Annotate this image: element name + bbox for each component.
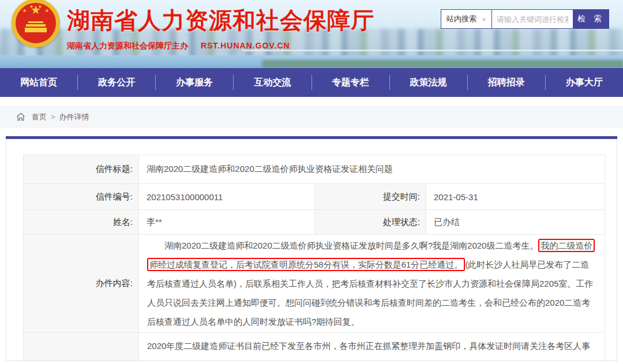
detail-table: 信件标题: 湖南2020二级建造师和2020二级造价师执业资格证发证相关问题 信… (23, 155, 605, 361)
chevron-down-icon: ∨ (482, 16, 486, 22)
nav-item-2[interactable]: 办事服务 (156, 68, 233, 97)
breadcrumb-home[interactable]: 首页 (32, 112, 47, 122)
emblem-small-star-icon: ★ (45, 9, 49, 13)
text-segment: 湖南2020二级建造师和2020二级造价师执业资格证发放时间是多久啊?我是湖南2… (164, 241, 538, 250)
field-label-status: 处理状态: (315, 210, 426, 235)
main-nav: 网站首页政务公开办事服务互动交流专题专栏政策法规招聘招录办事大厅 (0, 68, 623, 97)
table-row-reply: 答复内容 2020年度二级建造师证书目前已经下发至各市州，各市州正在抓紧整理并加… (24, 333, 605, 362)
field-label-reply: 答复内容 (24, 333, 139, 362)
nav-item-6[interactable]: 招聘招录 (468, 68, 545, 97)
table-row-name-status: 姓名: 李** 处理状态: 已办结 (24, 210, 605, 235)
emblem-small-star-icon: ★ (29, 5, 33, 9)
nav-item-0[interactable]: 网站首页 (0, 68, 77, 97)
field-label-submit-time: 提交时间: (315, 184, 426, 210)
emblem-small-star-icon: ★ (38, 5, 42, 9)
reply-paragraph: 2020年度二级建造师证书目前已经下发至各市州，各市州正在抓紧整理并加盖钢印，具… (147, 336, 598, 361)
site-subtitle: 湖南省人力资源和社会保障厅主办 (67, 41, 188, 50)
search-scope-select[interactable]: 站内搜索 ∨ (441, 10, 492, 28)
table-row-letter-number: 信件编号: 2021053100000011 提交时间: 2021-05-31 (24, 184, 605, 210)
emblem-small-star-icon: ★ (22, 9, 27, 13)
nav-item-7[interactable]: 办事大厅 (546, 68, 623, 97)
field-label-letter-title: 信件标题: (24, 155, 139, 184)
nav-item-4[interactable]: 专题专栏 (312, 68, 389, 97)
field-value-status: 已办结 (426, 210, 605, 235)
field-value-letter-title: 湖南2020二级建造师和2020二级造价师执业资格证发证相关问题 (139, 155, 605, 184)
site-title: 湖南省人力资源和社会保障厅 (67, 5, 374, 36)
nav-item-5[interactable]: 政策法规 (390, 68, 467, 97)
content-paragraph: 湖南2020二级建造师和2020二级造价师执业资格证发放时间是多久啊?我是湖南2… (147, 236, 598, 331)
search-scope-label: 站内搜索 (446, 14, 476, 24)
site-identity: 湖南省人力资源和社会保障厅 湖南省人力资源和社会保障厅主办 RST.HUNAN.… (67, 5, 374, 51)
site-search-bar: 站内搜索 ∨ 检 索 (441, 9, 609, 29)
field-value-reply: 2020年度二级建造师证书目前已经下发至各市州，各市州正在抓紧整理并加盖钢印，具… (139, 333, 605, 362)
text-segment: 2020年度二级建造师证书目前已经下发至各市州，各市州正在抓紧整理并加盖钢印，具… (147, 341, 590, 361)
search-button[interactable]: 检 索 (573, 10, 609, 28)
table-row-letter-title: 信件标题: 湖南2020二级建造师和2020二级造价师执业资格证发证相关问题 (24, 155, 605, 184)
site-header: ★ ★ ★ ★ ★ 湖南省人力资源和社会保障厅 湖南省人力资源和社会保障厅主办 … (0, 0, 623, 68)
home-icon[interactable] (16, 112, 25, 121)
nav-item-1[interactable]: 政务公开 (78, 68, 155, 97)
search-input[interactable] (492, 10, 573, 28)
field-value-submit-time: 2021-05-31 (426, 184, 605, 210)
breadcrumb-separator: > (51, 112, 55, 121)
detail-panel: 信件标题: 湖南2020二级建造师和2020二级造价师执业资格证发证相关问题 信… (6, 139, 617, 361)
breadcrumb: 首页 > 办件详情 (0, 106, 623, 128)
breadcrumb-current: 办件详情 (59, 112, 89, 122)
field-label-letter-number: 信件编号: (24, 184, 139, 210)
site-url: RST.HUNAN.GOV.CN (201, 41, 290, 50)
table-row-content: 办件内容: 湖南2020二级建造师和2020二级造价师执业资格证发放时间是多久啊… (24, 235, 605, 333)
field-value-name: 李** (139, 210, 315, 235)
field-value-letter-number: 2021053100000011 (139, 184, 315, 210)
field-label-content: 办件内容: (24, 235, 139, 333)
riverbank-decoration (262, 60, 623, 68)
field-label-name: 姓名: (24, 210, 139, 235)
emblem-gate-icon (25, 20, 47, 33)
nav-item-3[interactable]: 互动交流 (234, 68, 311, 97)
field-value-content: 湖南2020二级建造师和2020二级造价师执业资格证发放时间是多久啊?我是湖南2… (139, 235, 605, 333)
national-emblem-logo: ★ ★ ★ ★ ★ (12, 0, 60, 47)
